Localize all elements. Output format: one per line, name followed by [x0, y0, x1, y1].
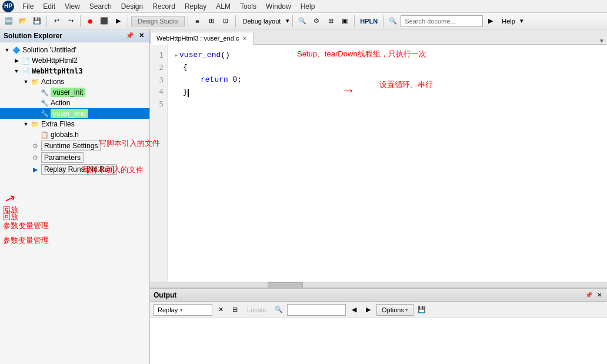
tree-vuser-init[interactable]: 🔧 vuser_init	[0, 87, 149, 98]
toolbar-searchgo[interactable]: ▶	[484, 15, 497, 28]
toolbar-new[interactable]: 🆕	[2, 15, 15, 28]
menu-record[interactable]: Record	[148, 1, 180, 12]
toolbar-icon4[interactable]: ▣	[338, 15, 351, 28]
panel-pin[interactable]: 📌	[124, 32, 136, 39]
tab-overflow-arrow[interactable]: ▼	[596, 38, 607, 44]
parameters-icon: ⚙	[31, 153, 40, 162]
output-close[interactable]: ✕	[595, 292, 603, 298]
expand-vuser-end	[31, 109, 40, 118]
code-line-2: {	[175, 62, 600, 74]
output-pin[interactable]: 📌	[583, 292, 594, 298]
toolbar-copy[interactable]: ⬛	[98, 15, 111, 28]
tree-globals[interactable]: 📋 globals.h	[0, 129, 149, 140]
code-line-1: ▸ vuser_end()	[175, 49, 600, 62]
expand-webhttphtml3[interactable]: ▼	[12, 66, 21, 76]
tree-solution[interactable]: ▼ 🔷 Solution 'Untitled'	[0, 45, 149, 55]
panel-close[interactable]: ✕	[137, 32, 146, 39]
expand-solution[interactable]: ▼	[2, 45, 12, 55]
code-editor: 1 2 3 4 5 ▸ vuser_end() { return 0; }	[150, 45, 607, 282]
toolbar-b3[interactable]: ⊡	[219, 15, 232, 28]
tree-parameters[interactable]: ⚙ Parameters	[0, 152, 149, 163]
toolbar-undo[interactable]: ↩	[50, 15, 63, 28]
toolbar-b1[interactable]: ≡	[191, 15, 204, 28]
collapse-1[interactable]: ▸	[175, 51, 178, 61]
panel-title: Solution Explorer	[4, 32, 62, 40]
output-clear-btn[interactable]: ✕	[215, 304, 226, 316]
tree-runtime-settings[interactable]: ⚙ Runtime Settings	[0, 140, 149, 152]
menu-alm[interactable]: ALM	[211, 1, 235, 12]
actions-label: Actions	[41, 78, 64, 86]
toolbar-search-icon[interactable]: 🔍	[386, 15, 399, 28]
editor-tab-vuser-end[interactable]: WebHttpHtml3 : vuser_end.c ✕	[150, 32, 254, 45]
main-toolbar: 🆕 📂 💾 ↩ ↪ ⏺ ⬛ ▶ Design Studio ≡ ⊞ ⊡ Debu…	[0, 13, 607, 29]
tree-extra-files[interactable]: ▼ 📁 Extra Files	[0, 119, 149, 129]
parameters-label: Parameters	[41, 152, 84, 163]
sep7	[354, 15, 355, 27]
search-input[interactable]	[401, 15, 483, 27]
toolbar-cut[interactable]: ⏺	[84, 15, 96, 28]
expand-actions[interactable]: ▼	[21, 77, 31, 86]
menu-bar: HP File Edit View Search Design Record R…	[0, 0, 607, 13]
menu-help[interactable]: Help	[296, 1, 320, 12]
toolbar-icon2[interactable]: ⚙	[310, 15, 323, 28]
hpln-label: HPLN	[358, 18, 380, 25]
code-brace-open: {	[183, 62, 188, 74]
hp-logo[interactable]: HP	[2, 1, 14, 12]
webhttphtml2-icon: 📄	[21, 56, 31, 65]
menu-replay[interactable]: Replay	[180, 1, 211, 12]
menu-design[interactable]: Design	[116, 1, 148, 12]
line-numbers: 1 2 3 4 5	[150, 45, 168, 282]
code-line-3: return 0;	[175, 74, 600, 86]
tab-label: WebHttpHtml3 : vuser_end.c	[156, 35, 239, 42]
debug-layout-label[interactable]: Debug layout	[239, 15, 285, 28]
code-content[interactable]: ▸ vuser_end() { return 0; } Setup、tearDo…	[168, 45, 607, 282]
code-line-4: }	[175, 86, 600, 99]
menu-edit[interactable]: Edit	[38, 1, 60, 12]
menu-tools[interactable]: Tools	[235, 1, 261, 12]
expand-extra-files[interactable]: ▼	[21, 119, 31, 129]
tree-replay-runs[interactable]: ▶ Replay Runs [No Run]	[0, 163, 149, 175]
tree-webhttphtml2[interactable]: ▶ 📄 WebHttpHtml2	[0, 55, 149, 66]
output-locate-btn[interactable]: Locate	[243, 304, 271, 316]
menu-view[interactable]: View	[60, 1, 85, 12]
output-search-input[interactable]	[287, 304, 346, 316]
toolbar-redo[interactable]: ↪	[64, 15, 77, 28]
toolbar-save[interactable]: 💾	[31, 15, 44, 28]
webhttphtml3-icon: 📄	[21, 66, 31, 76]
toolbar-paste[interactable]: ▶	[112, 15, 125, 28]
tree-action[interactable]: 🔧 Action	[0, 98, 149, 108]
expand-webhttphtml2[interactable]: ▶	[12, 56, 21, 65]
output-copy-btn[interactable]: ⊟	[229, 304, 241, 316]
options-dropdown-btn[interactable]: Options ▾	[376, 304, 413, 316]
sep6	[292, 15, 293, 27]
menu-file[interactable]: File	[18, 1, 38, 12]
sep5	[235, 15, 236, 27]
output-toolbar: Replay ▾ ✕ ⊟ Locate 🔍 ◀ ▶ Options ▾ 💾	[150, 302, 607, 318]
output-nav-next[interactable]: ▶	[362, 304, 374, 316]
toolbar-open[interactable]: 📂	[16, 15, 29, 28]
editor-tab-bar: WebHttpHtml3 : vuser_end.c ✕ ▼	[150, 29, 607, 45]
toolbar-b2[interactable]: ⊞	[205, 15, 218, 28]
vuser-init-icon: 🔧	[40, 88, 49, 97]
toolbar-icon3[interactable]: ⊞	[324, 15, 337, 28]
tree-webhttphtml3[interactable]: ▼ 📄 WebHttpHtml3	[0, 66, 149, 76]
output-nav-prev[interactable]: ◀	[348, 304, 360, 316]
vuser-init-label: vuser_init	[51, 88, 85, 97]
toolbar-icon1[interactable]: 🔍	[296, 15, 309, 28]
editor-scrollbar[interactable]	[150, 282, 607, 288]
output-controls: 📌 ✕	[583, 292, 603, 298]
menu-search[interactable]: Search	[85, 1, 116, 12]
globals-icon: 📋	[40, 130, 49, 139]
options-arrow: ▾	[405, 307, 408, 313]
tree-vuser-end[interactable]: 🔧 vuser_end	[0, 108, 149, 119]
replay-dropdown[interactable]: Replay ▾	[154, 304, 212, 316]
output-search-btn[interactable]: 🔍	[273, 304, 285, 316]
expand-globals	[31, 130, 40, 139]
tree-actions[interactable]: ▼ 📁 Actions	[0, 76, 149, 87]
output-content	[150, 318, 607, 364]
output-title: Output	[154, 291, 176, 299]
globals-label: globals.h	[51, 131, 79, 139]
menu-window[interactable]: Window	[261, 1, 296, 12]
output-save-btn[interactable]: 💾	[416, 304, 428, 316]
tab-close-btn[interactable]: ✕	[242, 35, 247, 42]
